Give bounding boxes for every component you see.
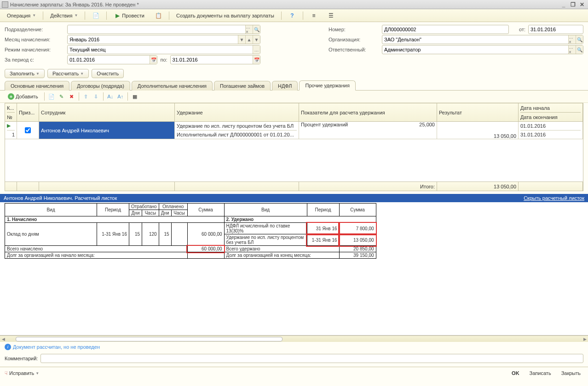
row-checkbox[interactable] <box>19 127 37 133</box>
tab-loan-repayment[interactable]: Погашение займов <box>214 81 271 91</box>
copy-row-button[interactable]: 📄 <box>47 92 56 101</box>
toolbar-icon-1[interactable]: 📄 <box>88 11 104 21</box>
col-result[interactable]: Результат <box>437 103 519 121</box>
footer-total-label: Итого: <box>299 182 437 191</box>
footer-total: 13 050,00 <box>437 182 519 191</box>
period-label: За период с: <box>5 57 64 62</box>
row-deduction-top: Удержание по исп. листу процентом без уч… <box>177 122 297 131</box>
col-deduction[interactable]: Удержание <box>175 103 299 121</box>
operation-menu[interactable]: Операция▼ <box>3 11 40 20</box>
month-up-button[interactable]: ▲ <box>245 35 253 44</box>
hand-icon: ☟ <box>5 370 8 376</box>
edit-row-button[interactable]: ✎ <box>58 92 66 101</box>
ok-button[interactable]: OK <box>509 369 522 377</box>
help-button[interactable]: ? <box>284 11 300 21</box>
grid-row[interactable]: ▶ 1 Антонов Андрей Николаевич Удержание … <box>5 122 583 139</box>
payslip-title: Антонов Андрей Николаевич. Расчетный лис… <box>4 195 117 201</box>
toolbar-icon-2[interactable]: 📋 <box>150 11 166 21</box>
status-bar: i Документ рассчитан, но не проведен <box>0 342 588 352</box>
payslip-hscroll[interactable]: ◀▶ <box>0 335 588 342</box>
tabs: Основные начисления Договоры (подряда) Д… <box>0 80 588 91</box>
col-date-end[interactable]: Дата окончания <box>520 112 581 121</box>
org-input[interactable] <box>382 37 568 42</box>
deductions-grid: К... № Приз... Сотрудник Удержание Показ… <box>5 103 583 191</box>
period-from-picker-button[interactable]: 📅 <box>150 56 157 64</box>
payslip-header: Антонов Андрей Николаевич. Расчетный лис… <box>0 194 588 202</box>
mode-input[interactable] <box>68 47 253 52</box>
actions-menu[interactable]: Действия▼ <box>46 11 82 20</box>
number-input[interactable] <box>382 27 508 32</box>
month-input[interactable] <box>68 37 238 42</box>
toolbar-icon-4[interactable]: ☰ <box>323 11 339 21</box>
date-label: от: <box>512 27 525 32</box>
add-row-button[interactable]: + Добавить <box>5 92 41 101</box>
grid-settings-button[interactable]: ▦ <box>131 92 139 101</box>
date-input[interactable] <box>529 27 588 32</box>
accrued-title: 1. Начислено <box>5 216 225 223</box>
comment-input[interactable] <box>40 354 583 363</box>
col-date-start[interactable]: Дата начала <box>520 103 581 112</box>
row-marker-icon: ▶ <box>7 122 15 131</box>
col-sign[interactable]: Приз... <box>17 103 39 121</box>
number-label: Номер: <box>329 27 379 32</box>
fill-button[interactable]: Заполнить▼ <box>5 69 45 78</box>
grid-body[interactable]: ▶ 1 Антонов Андрей Николаевич Удержание … <box>5 122 583 182</box>
col-indicators[interactable]: Показатели для расчета удержания <box>299 103 437 121</box>
post-button[interactable]: ▶Провести <box>110 11 149 21</box>
resp-input[interactable] <box>382 47 568 52</box>
row-check-cell[interactable] <box>17 122 39 139</box>
period-to-input[interactable] <box>171 57 253 62</box>
payslip-body: Вид Период Отработано Оплачено Сумма Вид… <box>0 202 588 335</box>
grid-toolbar: + Добавить 📄 ✎ ✖ ⇧ ⇩ A↓ A↑ ▦ <box>0 91 588 103</box>
tab-ndfl[interactable]: НДФЛ <box>272 81 298 91</box>
tab-main-accruals[interactable]: Основные начисления <box>5 81 69 91</box>
sort-desc-button[interactable]: A↑ <box>116 92 125 101</box>
grid-header: К... № Приз... Сотрудник Удержание Показ… <box>5 103 583 122</box>
mode-label: Режим начисления: <box>5 47 64 52</box>
org-lookup-button[interactable]: 🔍 <box>576 35 583 44</box>
resp-clear-button[interactable]: …× <box>568 45 576 54</box>
move-up-button[interactable]: ⇧ <box>82 92 90 101</box>
col-no[interactable]: № <box>7 112 15 121</box>
subdivision-lookup-button[interactable]: 🔍 <box>253 25 260 34</box>
resp-lookup-button[interactable]: 🔍 <box>576 45 583 54</box>
tab-contracts[interactable]: Договоры (подряда) <box>71 81 130 91</box>
plus-icon: + <box>8 93 14 100</box>
row-employee[interactable]: Антонов Андрей Николаевич <box>39 122 175 139</box>
close-window-button[interactable]: ✕ <box>578 1 586 8</box>
row-indicator-value: 25,000 <box>419 122 435 139</box>
col-employee[interactable]: Сотрудник <box>39 103 175 121</box>
create-payment-docs-button[interactable]: Создать документы на выплату зарплаты <box>172 11 278 20</box>
mode-more-button[interactable]: … <box>253 45 260 54</box>
month-dropdown-button[interactable]: ▼ <box>238 35 245 44</box>
period-from-input[interactable] <box>68 57 150 62</box>
hide-payslip-link[interactable]: Скрыть расчетный листок <box>524 195 584 201</box>
clear-button[interactable]: Очистить <box>92 69 124 78</box>
calc-button[interactable]: Рассчитать▼ <box>47 69 89 78</box>
toolbar-icon-3[interactable]: ≡ <box>306 11 322 21</box>
month-down-button[interactable]: ▼ <box>253 35 260 44</box>
col-k[interactable]: К... <box>7 103 15 112</box>
row-number: 1 <box>7 131 15 139</box>
close-button[interactable]: Закрыть <box>559 369 583 377</box>
tab-additional-accruals[interactable]: Дополнительные начисления <box>132 81 213 91</box>
maximize-button[interactable]: ❐ <box>569 1 577 8</box>
save-button[interactable]: Записать <box>527 369 554 377</box>
sort-asc-button[interactable]: A↓ <box>106 92 115 101</box>
form-header: Подразделение: …× 🔍 Номер: от: 📅 Месяц н… <box>0 22 588 67</box>
move-down-button[interactable]: ⇩ <box>92 92 100 101</box>
tab-other-deductions[interactable]: Прочие удержания <box>299 80 355 91</box>
document-icon: 📄 <box>92 12 99 19</box>
resp-label: Ответственный: <box>329 47 379 52</box>
subdivision-input[interactable] <box>68 27 245 32</box>
org-clear-button[interactable]: …× <box>568 35 576 44</box>
subdivision-clear-button[interactable]: …× <box>245 25 253 34</box>
minimize-button[interactable]: _ <box>559 1 568 8</box>
actions-row: Заполнить▼ Рассчитать▼ Очистить <box>0 67 588 80</box>
list-icon-2: ☰ <box>328 12 335 19</box>
row-date-start: 01.01.2016 <box>520 122 581 131</box>
fix-button[interactable]: ☟ Исправить ▼ <box>5 370 509 376</box>
help-icon: ? <box>288 12 296 19</box>
delete-row-button[interactable]: ✖ <box>68 92 76 101</box>
period-to-picker-button[interactable]: 📅 <box>253 56 260 64</box>
